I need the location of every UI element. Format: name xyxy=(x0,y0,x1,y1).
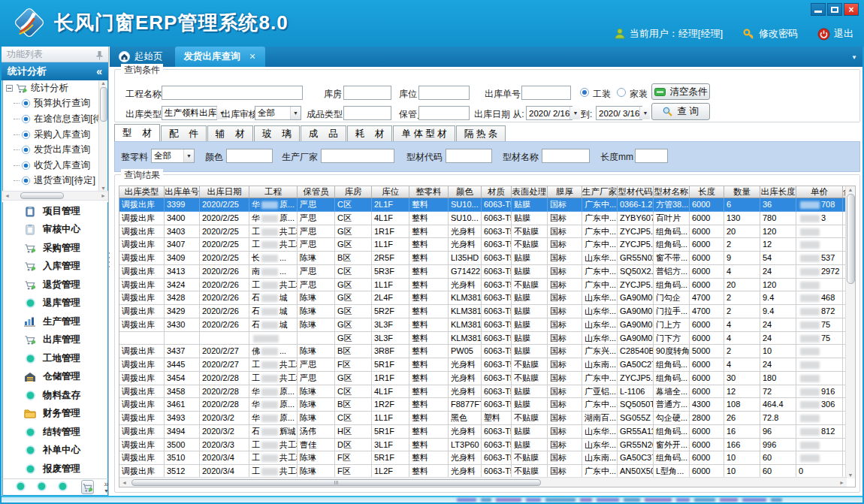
scroll-left-icon[interactable]: ◄ xyxy=(5,193,10,198)
material-tab[interactable]: 隔 热 条 xyxy=(456,125,506,141)
table-row[interactable]: 调拨出库34542020/2/28工共工程严思G区1R1F整料光身料6063-T… xyxy=(119,372,856,385)
column-header[interactable]: 型材名称 xyxy=(654,186,690,198)
tab-close-icon[interactable]: ✕ xyxy=(249,52,256,62)
tab-list-dropdown-icon[interactable]: ▼ xyxy=(851,54,857,61)
sidebar-item-cart[interactable]: 出库管理 xyxy=(3,331,107,350)
column-header[interactable]: 出库长度 xyxy=(760,186,796,198)
keeper-input[interactable] xyxy=(418,106,470,120)
table-row[interactable]: 调拨出库34932020/3/2华原...陈琳C区1L1F整料黑色塑料不贴膜国标… xyxy=(119,412,856,425)
scroll-right-icon[interactable]: ► xyxy=(101,193,106,198)
sidebar-item-clipboard[interactable]: 项目管理 xyxy=(3,202,107,221)
scroll-up-icon[interactable]: ▲ xyxy=(101,80,106,86)
sidebar-item-circle[interactable]: 退库管理 xyxy=(3,294,107,313)
column-header[interactable]: 整零料 xyxy=(409,186,449,198)
length-input[interactable] xyxy=(635,149,668,163)
collapse-icon[interactable]: « xyxy=(96,62,102,80)
tree-item[interactable]: 收货入库查询 xyxy=(3,158,107,174)
tree-item[interactable]: 发货出库查询 xyxy=(3,142,107,158)
audit-combo[interactable]: 全部▼ xyxy=(255,106,301,120)
tab-shipping-outbound-query[interactable]: 发货出库查询 ✕ xyxy=(175,47,265,67)
clear-conditions-button[interactable]: 清空条件 xyxy=(651,83,710,100)
table-row[interactable]: 调拨出库34452020/2/27工共工程严思F区5R1F整料光身料6063-T… xyxy=(119,358,856,372)
sidebar-item-cart[interactable]: 退货管理 xyxy=(3,276,107,294)
project-name-input[interactable] xyxy=(162,86,303,100)
tree-horizontal-scrollbar[interactable]: ◄► xyxy=(2,191,108,201)
radio-jiazhuang-label[interactable]: 家装 xyxy=(630,88,648,101)
tree-item[interactable]: 在途信息查询[待 xyxy=(3,111,107,127)
module-dot-icon[interactable] xyxy=(15,481,26,494)
table-row[interactable]: 调拨出库34612020/2/28华原...陈琳B区1R2F整料F8877FT6… xyxy=(119,398,856,412)
search-button[interactable]: 查 询 xyxy=(651,103,710,120)
sidebar-item-warehouse[interactable]: 仓储管理 xyxy=(3,368,107,387)
material-tab[interactable]: 单 体 型 材 xyxy=(393,125,455,141)
location-input[interactable] xyxy=(418,86,470,100)
module-dot-icon[interactable] xyxy=(57,481,68,494)
column-header[interactable]: 工程 xyxy=(249,186,298,198)
table-row[interactable]: 调拨出库33992020/2/25华原...严思C区2L1F整料SU10...6… xyxy=(119,198,856,212)
sidebar-item-clipboard2[interactable]: 审核中心 xyxy=(3,221,107,240)
table-row[interactable]: 调拨出库34242020/2/26工共工程严思G区1L1F整料光身料6063-T… xyxy=(119,279,856,292)
column-header[interactable]: 单价 xyxy=(796,186,843,198)
logout-button[interactable]: 退出 xyxy=(817,27,853,41)
outbound-type-combo[interactable]: 生产领料出库▼ xyxy=(162,106,217,120)
column-header[interactable]: 生产厂家 xyxy=(582,186,618,198)
material-tab[interactable]: 耗 材 xyxy=(347,125,393,141)
table-row[interactable]: 调拨出库34292020/2/26石城陈琳G区5R2F整料KLM38176063… xyxy=(119,305,856,318)
sidebar-item-circle[interactable]: 结转管理 xyxy=(3,423,107,442)
product-type-input[interactable] xyxy=(343,106,391,120)
table-row[interactable]: 调拨出库34002020/2/25华原...严思C区4L1F整料SU10...6… xyxy=(119,212,856,225)
tree-vertical-scrollbar[interactable]: ▲▼ xyxy=(98,80,107,191)
scroll-down-icon[interactable]: ▼ xyxy=(848,472,853,478)
table-row[interactable]: 调拨出库34302020/2/26石城陈琳G区3L3F整料KLM38176063… xyxy=(119,318,856,332)
column-header[interactable]: 库房 xyxy=(335,186,372,198)
table-row[interactable]: 调拨出库35002020/3/3工共工程曹佳D区3L1F整料LT3P606063… xyxy=(119,439,856,452)
material-tab[interactable]: 型 材 xyxy=(114,124,160,141)
scroll-right-icon[interactable]: ► xyxy=(839,480,844,485)
table-row[interactable]: 调拨出库34092020/2/25长...陈琳B区2R5F整料LI35HD606… xyxy=(119,252,856,265)
table-row[interactable]: 调拨出库34942020/3/2石辉城汤伟H区5R1F整料光身料6063-T5贴… xyxy=(119,425,856,439)
date-to-picker[interactable]: 2020/ 3/16▼ xyxy=(596,106,642,120)
table-row[interactable]: 调拨出库34032020/2/25工共工程严思G区1R1F整料光身料6063-T… xyxy=(119,225,856,239)
tree-item[interactable]: 预算执行查询 xyxy=(3,96,107,112)
table-row[interactable]: G区3L3F整料KLM38176063-T5贴膜国标山东华...GA90M09.… xyxy=(119,332,856,346)
table-row[interactable]: 调拨出库34072020/2/25工共工程严思G区1L1F整料光身料6063-T… xyxy=(119,238,856,252)
profile-name-input[interactable] xyxy=(542,149,590,163)
table-row[interactable]: 调拨出库35102020/3/4工共工程陈琳F区5R1F整料光身料6063-T5… xyxy=(119,451,856,465)
manufacturer-input[interactable] xyxy=(321,149,394,163)
tree-item[interactable]: 采购入库查询 xyxy=(3,127,107,143)
sidebar-item-cart[interactable]: 采购管理 xyxy=(3,239,107,258)
minimize-button[interactable] xyxy=(811,3,826,16)
table-row[interactable]: 调拨出库34132020/2/26南...严思C区5R3F整料G71422606… xyxy=(119,265,856,279)
date-from-picker[interactable]: 2020/ 2/16▼ xyxy=(526,106,572,120)
scroll-up-icon[interactable]: ▲ xyxy=(848,187,853,192)
material-tab[interactable]: 配 件 xyxy=(161,125,207,141)
column-header[interactable]: 颜色 xyxy=(449,186,482,198)
sidebar-item-circle[interactable]: 物料盘存 xyxy=(3,386,107,405)
whole-part-combo[interactable]: 全部▼ xyxy=(151,149,195,163)
overflow-chevron-icon[interactable]: »▼ xyxy=(104,481,109,494)
sidebar-item-cart[interactable]: 入库管理 xyxy=(3,258,107,276)
tree-root-statistics[interactable]: 统计分析 xyxy=(3,80,107,96)
sidebar-item-circle[interactable]: 报废管理 xyxy=(3,460,107,478)
warehouse-input[interactable] xyxy=(343,86,391,100)
sidebar-item-circle[interactable]: 补单中心 xyxy=(3,442,107,460)
grid-vertical-scrollbar[interactable]: ▲▼ xyxy=(845,186,855,478)
material-tab[interactable]: 辅 材 xyxy=(207,125,253,141)
sidebar-item-folder[interactable]: 财务管理 xyxy=(3,405,107,424)
radio-jiazhuang[interactable] xyxy=(617,88,626,97)
module-dot-icon[interactable] xyxy=(36,481,47,494)
table-row[interactable]: 调拨出库34372020/2/27佛...陈琳B区3R8F整料PW056063-… xyxy=(119,345,856,358)
cart-tool-button[interactable] xyxy=(81,480,94,494)
change-password-button[interactable]: 修改密码 xyxy=(742,27,798,41)
column-header[interactable]: 库位 xyxy=(372,186,409,198)
column-header[interactable]: 保管员 xyxy=(298,186,335,198)
column-header[interactable]: 材质 xyxy=(482,186,512,198)
column-header[interactable]: 长度 xyxy=(690,186,724,198)
order-no-input[interactable] xyxy=(521,86,571,100)
scroll-down-icon[interactable]: ▼ xyxy=(101,186,106,191)
tree-item[interactable]: 退货查询[待定] xyxy=(3,174,107,189)
sidebar-item-circle[interactable]: 工地管理 xyxy=(3,349,107,368)
profile-code-input[interactable] xyxy=(446,149,492,163)
column-header[interactable]: 表面处理 xyxy=(512,186,548,198)
sidebar-item-chart[interactable]: 生产管理 xyxy=(3,312,107,331)
